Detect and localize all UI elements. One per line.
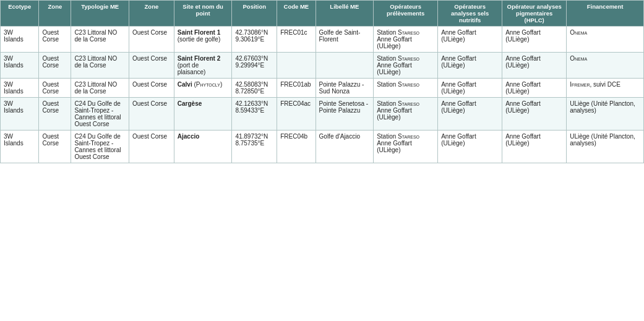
cell-libelle (316, 53, 374, 79)
cell-zone2: Ouest Corse (129, 53, 174, 79)
cell-zone2: Ouest Corse (129, 131, 174, 163)
cell-financement: Onema (567, 27, 644, 53)
cell-site: Saint Florent 1 (sortie de golfe) (174, 27, 232, 53)
table-row: 3W IslandsOuest CorseC23 Littoral NO de … (1, 27, 644, 53)
cell-typologie: C23 Littoral NO de la Corse (71, 27, 129, 53)
cell-zone1: Ouest Corse (39, 131, 71, 163)
column-header-position: Position (232, 1, 277, 27)
cell-zone2: Ouest Corse (129, 79, 174, 98)
cell-financement: ULiège (Unité Plancton, analyses) (567, 131, 644, 163)
cell-ecotype: 3W Islands (1, 131, 39, 163)
cell-site: Calvi (Phytocly) (174, 79, 232, 98)
table-row: 3W IslandsOuest CorseC23 Littoral NO de … (1, 79, 644, 98)
cell-position: 41.89732°N 8.75735°E (232, 131, 277, 163)
cell-position: 42.58083°N 8.72850°E (232, 79, 277, 98)
cell-ecotype: 3W Islands (1, 27, 39, 53)
table-header-row: EcotypeZoneTypologie MEZoneSite et nom d… (1, 1, 644, 27)
cell-zone1: Ouest Corse (39, 27, 71, 53)
cell-position: 42.12633°N 8.59433°E (232, 98, 277, 131)
cell-site: Ajaccio (174, 131, 232, 163)
table-row: 3W IslandsOuest CorseC24 Du Golfe de Sai… (1, 98, 644, 131)
cell-op-analyses-pig: Anne Goffart (ULiège) (502, 79, 567, 98)
cell-ecotype: 3W Islands (1, 79, 39, 98)
table-row: 3W IslandsOuest CorseC23 Littoral NO de … (1, 53, 644, 79)
cell-zone1: Ouest Corse (39, 98, 71, 131)
cell-op-analyses-sels: Anne Goffart (ULiège) (438, 98, 502, 131)
cell-site: Cargèse (174, 98, 232, 131)
cell-op-analyses-sels: Anne Goffart (ULiège) (438, 27, 502, 53)
table-row: 3W IslandsOuest CorseC24 Du Golfe de Sai… (1, 131, 644, 163)
cell-typologie: C24 Du Golfe de Saint-Tropez - Cannes et… (71, 98, 129, 131)
cell-op-analyses-sels: Anne Goffart (ULiège) (438, 131, 502, 163)
cell-ecotype: 3W Islands (1, 98, 39, 131)
column-header-site: Site et nom du point (174, 1, 232, 27)
column-header-op_analyses_pig: Opérateur analyses pigmentaires (HPLC) (502, 1, 567, 27)
cell-op-analyses-pig: Anne Goffart (ULiège) (502, 98, 567, 131)
column-header-typologie: Typologie ME (71, 1, 129, 27)
cell-libelle: Pointe Senetosa - Pointe Palazzu (316, 98, 374, 131)
column-header-op_analyses_sels: Opérateurs analyses sels nutritifs (438, 1, 502, 27)
cell-financement: Ifremer, suivi DCE (567, 79, 644, 98)
cell-op-prelevement: Station Stareso Anne Goffart (ULiège) (374, 98, 438, 131)
cell-zone2: Ouest Corse (129, 98, 174, 131)
cell-code-me: FREC01ab (277, 79, 316, 98)
cell-site: Saint Florent 2 (port de plaisance) (174, 53, 232, 79)
cell-libelle: Pointe Palazzu - Sud Nonza (316, 79, 374, 98)
cell-op-analyses-pig: Anne Goffart (ULiège) (502, 131, 567, 163)
table-body: 3W IslandsOuest CorseC23 Littoral NO de … (1, 27, 644, 163)
cell-position: 42.67603°N 9.29994°E (232, 53, 277, 79)
cell-ecotype: 3W Islands (1, 53, 39, 79)
cell-position: 42.73086°N 9.30619°E (232, 27, 277, 53)
cell-op-analyses-sels: Anne Goffart (ULiège) (438, 53, 502, 79)
cell-code-me: FREC04b (277, 131, 316, 163)
cell-op-prelevement: Station Stareso Anne Goffart (ULiège) (374, 27, 438, 53)
column-header-financement: Financement (567, 1, 644, 27)
cell-op-analyses-sels: Anne Goffart (ULiège) (438, 79, 502, 98)
cell-op-analyses-pig: Anne Goffart (ULiège) (502, 53, 567, 79)
cell-typologie: C23 Littoral NO de la Corse (71, 53, 129, 79)
cell-op-prelevement: Station Stareso (374, 79, 438, 98)
cell-typologie: C24 Du Golfe de Saint-Tropez - Cannes et… (71, 131, 129, 163)
cell-libelle: Golfe d'Ajaccio (316, 131, 374, 163)
cell-code-me (277, 53, 316, 79)
cell-op-prelevement: Station Stareso Anne Goffart (ULiège) (374, 131, 438, 163)
cell-financement: Onema (567, 53, 644, 79)
cell-libelle: Golfe de Saint-Florent (316, 27, 374, 53)
cell-financement: ULiège (Unité Plancton, analyses) (567, 98, 644, 131)
column-header-zone2: Zone (129, 1, 174, 27)
cell-code-me: FREC04ac (277, 98, 316, 131)
cell-zone1: Ouest Corse (39, 79, 71, 98)
cell-op-prelevement: Station Stareso Anne Goffart (ULiège) (374, 53, 438, 79)
cell-code-me: FREC01c (277, 27, 316, 53)
column-header-libelle: Libellé ME (316, 1, 374, 27)
cell-zone1: Ouest Corse (39, 53, 71, 79)
column-header-op_prelevement: Opérateurs prélèvements (374, 1, 438, 27)
column-header-zone1: Zone (39, 1, 71, 27)
cell-typologie: C23 Littoral NO de la Corse (71, 79, 129, 98)
cell-op-analyses-pig: Anne Goffart (ULiège) (502, 27, 567, 53)
cell-zone2: Ouest Corse (129, 27, 174, 53)
column-header-code_me: Code ME (277, 1, 316, 27)
column-header-ecotype: Ecotype (1, 1, 39, 27)
data-table: EcotypeZoneTypologie MEZoneSite et nom d… (0, 0, 644, 163)
